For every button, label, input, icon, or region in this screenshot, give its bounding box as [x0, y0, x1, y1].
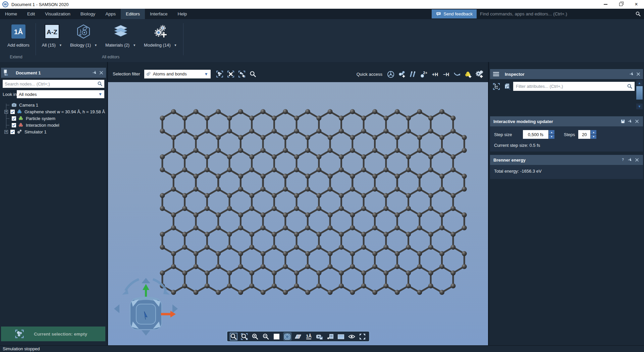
- chevron-down-icon[interactable]: ▼: [59, 44, 62, 47]
- close-button[interactable]: ×: [629, 0, 644, 9]
- search-icon[interactable]: [97, 81, 103, 87]
- tree-item-graphene[interactable]: +Graphene sheet w = 30.94 Å, h = 19.58 Å: [0, 108, 107, 115]
- white-square-button[interactable]: [272, 332, 281, 341]
- steps-value[interactable]: 20: [578, 130, 590, 139]
- menu-item-visualization[interactable]: Visualization: [40, 9, 75, 19]
- steering-wheel-button[interactable]: [386, 69, 395, 79]
- menu-item-apps[interactable]: Apps: [100, 9, 121, 19]
- magnifier-brackets-button[interactable]: [240, 332, 249, 341]
- menu-item-help[interactable]: Help: [172, 9, 192, 19]
- add-gears-button[interactable]: [474, 69, 484, 79]
- select-add-button[interactable]: [237, 69, 247, 78]
- ribbon-group-all-15-[interactable]: A-Z All (15) ▼: [38, 22, 66, 48]
- add-atoms-button[interactable]: [397, 69, 407, 79]
- deselect-button[interactable]: [226, 69, 235, 78]
- ribbon-group-materials-2-[interactable]: Materials (2) ▼: [101, 22, 140, 48]
- ribbon-group-biology-1-[interactable]: Biology (1) ▼: [66, 22, 101, 48]
- note-button[interactable]: [326, 332, 334, 341]
- search-nodes-field[interactable]: [3, 80, 104, 88]
- chevron-down-icon[interactable]: ▼: [133, 44, 136, 47]
- magnifier-box-button[interactable]: [229, 332, 238, 341]
- pin-icon[interactable]: [92, 70, 97, 75]
- menu-item-interface[interactable]: Interface: [145, 9, 173, 19]
- selection-filter-dropdown[interactable]: Atoms and bonds ▼: [144, 70, 211, 78]
- command-search-input[interactable]: [480, 11, 635, 16]
- help-icon[interactable]: ?: [620, 157, 626, 163]
- close-icon[interactable]: [634, 119, 640, 124]
- scroll-down-button[interactable]: ▼: [636, 104, 643, 109]
- filter-attributes-input[interactable]: [516, 84, 627, 89]
- steps-increment[interactable]: ▲: [591, 130, 596, 134]
- maximize-button[interactable]: [613, 0, 629, 9]
- charge-2plus-button[interactable]: 2+: [419, 69, 429, 79]
- save-icon[interactable]: [620, 119, 626, 124]
- status-text: Simulation stopped: [3, 346, 40, 351]
- ribbon-separator: [36, 23, 36, 55]
- tree-item-simulator[interactable]: +Simulator 1: [0, 128, 107, 135]
- eye-button[interactable]: [347, 332, 356, 341]
- select-atoms-button[interactable]: [215, 69, 224, 78]
- step-size-value[interactable]: 0,500 fs: [523, 130, 548, 139]
- nav-cube-icon-button[interactable]: [283, 332, 291, 341]
- menu-item-biology[interactable]: Biology: [75, 9, 100, 19]
- tree-item-interaction[interactable]: Interaction model: [0, 122, 107, 128]
- steps-spinbox[interactable]: 20 ▲ ▼: [578, 130, 596, 139]
- search-icon[interactable]: [635, 11, 641, 17]
- navigation-cube[interactable]: [111, 269, 181, 336]
- expand-button[interactable]: [358, 332, 367, 341]
- ribbon-group-modeling-14-[interactable]: Modeling (14) ▼: [140, 22, 181, 48]
- expander-icon[interactable]: +: [4, 130, 8, 134]
- minimize-button[interactable]: [598, 0, 613, 9]
- curved-arrow-button[interactable]: [452, 69, 462, 79]
- command-search[interactable]: [477, 9, 644, 19]
- scroll-up-button[interactable]: ▲: [636, 80, 643, 86]
- inspect-documents-button[interactable]: [502, 82, 512, 91]
- scale-1a-button[interactable]: 1Å: [305, 332, 313, 341]
- graphene-sheet-model[interactable]: [158, 108, 469, 296]
- close-icon[interactable]: [99, 70, 104, 75]
- hamburger-icon[interactable]: [492, 70, 500, 78]
- step-size-increment[interactable]: ▲: [549, 130, 554, 134]
- inspector-scrollbar[interactable]: ▲ ▼: [636, 80, 643, 110]
- expander-icon[interactable]: +: [4, 110, 8, 114]
- menu-item-editors[interactable]: Editors: [121, 9, 145, 19]
- visibility-checkbox[interactable]: [12, 123, 16, 127]
- add-group-button[interactable]: [463, 69, 473, 79]
- 3d-canvas[interactable]: 1Å: [108, 82, 488, 345]
- visibility-checkbox[interactable]: [10, 110, 15, 114]
- scrollbar-thumb[interactable]: [636, 86, 643, 100]
- close-icon[interactable]: [634, 157, 640, 163]
- menu-item-home[interactable]: Home: [0, 9, 22, 19]
- look-in-dropdown[interactable]: All nodes ▼: [17, 90, 104, 98]
- panel-rect-button[interactable]: [337, 332, 345, 341]
- magnifier-button[interactable]: [249, 69, 258, 78]
- tree-item-particle[interactable]: Particle system: [0, 115, 107, 122]
- grid-plane-button[interactable]: [294, 332, 302, 341]
- step-size-spinbox[interactable]: 0,500 fs ▲ ▼: [523, 130, 554, 139]
- chevron-down-icon[interactable]: ▼: [94, 44, 97, 47]
- camera-save-button[interactable]: [315, 332, 324, 341]
- add-hydrogen-button[interactable]: +H: [430, 69, 440, 79]
- add-editors-button[interactable]: 1Å Add editors: [3, 22, 34, 48]
- steps-decrement[interactable]: ▼: [591, 135, 596, 139]
- visibility-checkbox[interactable]: [10, 130, 15, 134]
- inspect-tree-button[interactable]: [492, 82, 501, 91]
- filter-attributes-field[interactable]: [513, 82, 635, 91]
- pin-icon[interactable]: [627, 157, 633, 163]
- close-icon[interactable]: [636, 71, 641, 77]
- chevron-down-icon[interactable]: ▼: [174, 44, 177, 47]
- send-feedback-button[interactable]: Send feedback: [432, 9, 477, 18]
- menu-item-edit[interactable]: Edit: [22, 9, 40, 19]
- remove-hydrogen-button[interactable]: −H: [441, 69, 451, 79]
- pin-icon[interactable]: [629, 71, 634, 77]
- search-icon[interactable]: [627, 83, 633, 90]
- zoom-in-button[interactable]: [251, 332, 259, 341]
- tree-item-camera[interactable]: Camera 1: [0, 102, 107, 108]
- visibility-checkbox[interactable]: [12, 116, 16, 121]
- zoom-out-button[interactable]: [262, 332, 270, 341]
- double-bond-button[interactable]: [408, 69, 418, 79]
- search-nodes-input[interactable]: [5, 81, 97, 86]
- step-size-decrement[interactable]: ▼: [549, 135, 554, 139]
- gears-icon: [16, 129, 22, 135]
- pin-icon[interactable]: [627, 119, 633, 124]
